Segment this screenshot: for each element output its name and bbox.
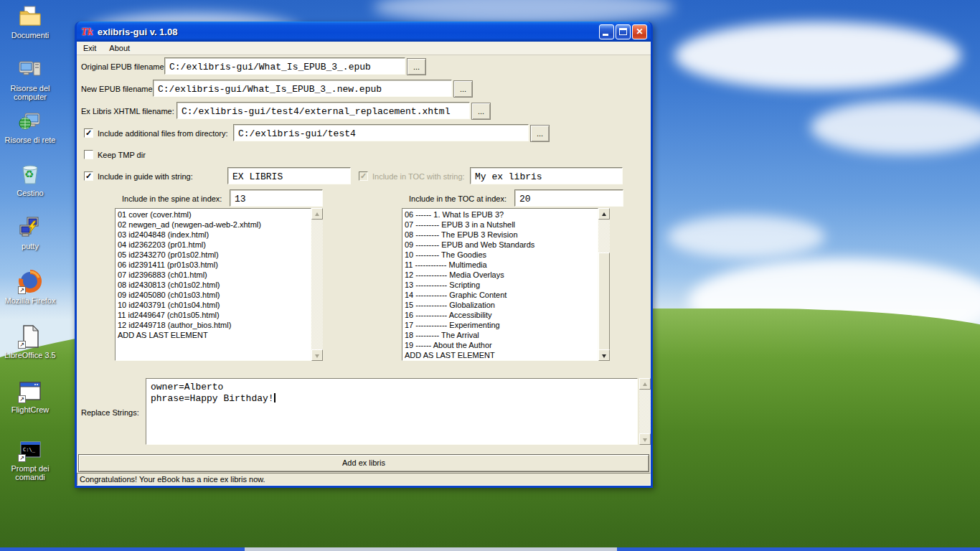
list-item[interactable]: 13 ------------ Scripting	[402, 280, 598, 290]
flightcrew-icon: ↗	[18, 379, 42, 403]
desktop-icon-my-computer[interactable]: Risorse del computer	[0, 57, 60, 101]
replace-strings-label: Replace Strings:	[81, 408, 139, 417]
exlibris-xhtml-input[interactable]	[176, 102, 470, 119]
list-item[interactable]: 10 --------- The Goodies	[402, 250, 598, 260]
minimize-button[interactable]	[599, 24, 614, 39]
icon-label: Risorse di rete	[0, 136, 60, 144]
list-item[interactable]: 08 id2430813 (ch01s02.html)	[116, 280, 311, 290]
icon-label: Documenti	[0, 31, 60, 39]
icon-label: LibreOffice 3.5	[0, 351, 60, 359]
list-item[interactable]: 12 ------------ Media Overlays	[402, 270, 598, 280]
exlibris-xhtml-label: Ex Libris XHTML filename:	[81, 107, 174, 116]
exlibris-xhtml-browse-button[interactable]: ...	[471, 103, 491, 120]
list-item[interactable]: 06 id2391411 (pr01s03.html)	[116, 260, 311, 270]
desktop-icon-network[interactable]: Risorse di rete	[0, 109, 60, 144]
list-item[interactable]: 11 id2449647 (ch01s05.html)	[116, 310, 311, 320]
spine-listbox: 01 cover (cover.html)02 newgen_ad (newge…	[115, 208, 323, 361]
toc-index-input[interactable]	[514, 189, 623, 207]
menubar: Exit About	[77, 42, 651, 55]
desktop-icon-flightcrew[interactable]: ↗ FlightCrew	[0, 379, 60, 414]
original-epub-input[interactable]	[164, 57, 405, 75]
titlebar[interactable]: Tk exlibris-gui v. 1.08	[77, 22, 651, 42]
list-item[interactable]: 02 newgen_ad (newgen-ad-web-2.xhtml)	[116, 220, 311, 230]
scroll-down-button[interactable]	[598, 349, 610, 361]
desktop-icon-documents[interactable]: Documenti	[0, 4, 60, 39]
shortcut-arrow-icon: ↗	[18, 395, 26, 403]
list-item[interactable]: 03 id2404848 (index.html)	[116, 230, 311, 240]
icon-label: Cestino	[0, 189, 60, 197]
list-item[interactable]: 06 ------ 1. What Is EPUB 3?	[402, 209, 598, 220]
desktop-icon-putty[interactable]: putty	[0, 215, 60, 250]
libreoffice-icon: ↗	[18, 324, 42, 349]
desktop-icon-recycle-bin[interactable]: ♻ Cestino	[0, 162, 60, 197]
new-epub-input[interactable]	[153, 80, 452, 97]
scroll-thumb[interactable]	[598, 253, 610, 350]
tk-icon: Tk	[81, 26, 93, 38]
add-ex-libris-button[interactable]: Add ex libris	[78, 454, 649, 472]
toc-index-label: Include in the TOC at index:	[409, 194, 507, 203]
scroll-down-button[interactable]	[639, 433, 651, 445]
new-epub-label: New EPUB filename:	[81, 85, 155, 93]
list-item[interactable]: 07 id2396883 (ch01.html)	[116, 270, 311, 280]
list-item[interactable]: 15 ------------ Globalization	[402, 300, 598, 310]
icon-label: Prompt dei comandi	[0, 464, 60, 481]
taskbar-edge[interactable]	[0, 547, 980, 551]
scroll-up-button[interactable]	[639, 378, 651, 390]
replace-strings-textarea[interactable]: owner=Alberto phrase=Happy Birthday!	[146, 378, 638, 445]
list-item[interactable]: 10 id2403791 (ch01s04.html)	[116, 300, 311, 310]
original-epub-browse-button[interactable]: ...	[407, 58, 426, 75]
maximize-button[interactable]	[616, 24, 631, 39]
guide-string-input[interactable]	[227, 167, 351, 184]
list-item[interactable]: 09 id2405080 (ch01s03.html)	[116, 290, 311, 300]
menu-about[interactable]: About	[103, 42, 136, 54]
list-item[interactable]: 01 cover (cover.html)	[116, 209, 311, 220]
arrow-down-icon	[602, 354, 606, 358]
icon-label: Mozilla Firefox	[0, 296, 60, 305]
arrow-up-icon	[602, 212, 606, 216]
exlibris-gui-window: Tk exlibris-gui v. 1.08 Exit About Origi…	[75, 22, 653, 488]
toc-scrollbar[interactable]	[598, 208, 610, 361]
cloud	[674, 22, 961, 90]
list-item[interactable]: 19 ------ About the Author	[402, 340, 598, 350]
list-item[interactable]: 16 ------------ Accessibility	[402, 310, 598, 320]
scroll-up-button[interactable]	[598, 208, 610, 220]
toc-string-input[interactable]	[470, 167, 623, 184]
list-item[interactable]: 18 --------- The Arrival	[402, 330, 598, 340]
minimize-icon	[603, 34, 608, 36]
include-dir-label: Include additional files from directory:	[98, 129, 228, 138]
cloud	[811, 100, 980, 154]
menu-exit[interactable]: Exit	[77, 42, 103, 54]
replace-scrollbar[interactable]	[639, 378, 651, 445]
spine-index-input[interactable]	[230, 189, 323, 207]
list-item[interactable]: 11 ------------ Multimedia	[402, 260, 598, 270]
list-item[interactable]: ADD AS LAST ELEMENT	[402, 350, 598, 360]
desktop-icon-firefox[interactable]: ↗ Mozilla Firefox	[0, 270, 60, 305]
list-item[interactable]: 07 --------- EPUB 3 in a Nutshell	[402, 220, 598, 230]
desktop-icon-libreoffice[interactable]: ↗ LibreOffice 3.5	[0, 324, 60, 359]
list-item[interactable]: 08 --------- The EPUB 3 Revision	[402, 230, 598, 240]
toc-listbox: 06 ------ 1. What Is EPUB 3?07 ---------…	[402, 208, 610, 361]
close-button[interactable]	[632, 24, 647, 39]
guide-string-checkbox[interactable]	[84, 171, 93, 181]
icon-label: FlightCrew	[0, 405, 60, 414]
spine-scrollbar[interactable]	[311, 208, 323, 361]
list-item[interactable]: 12 id2449718 (author_bios.html)	[116, 320, 311, 330]
new-epub-browse-button[interactable]: ...	[453, 80, 473, 98]
window-title: exlibris-gui v. 1.08	[98, 27, 178, 37]
list-item[interactable]: 17 ------------ Experimenting	[402, 320, 598, 330]
list-item[interactable]: ADD AS LAST ELEMENT	[116, 330, 311, 340]
toc-list: 06 ------ 1. What Is EPUB 3?07 ---------…	[402, 208, 598, 361]
scroll-down-button[interactable]	[311, 349, 323, 361]
include-dir-browse-button[interactable]: ...	[530, 125, 550, 142]
desktop-icon-command-prompt[interactable]: C:\_ ↗ Prompt dei comandi	[0, 438, 60, 481]
scroll-up-button[interactable]	[311, 208, 323, 220]
include-dir-input[interactable]	[233, 124, 529, 141]
keep-tmp-checkbox[interactable]	[84, 150, 93, 159]
list-item[interactable]: 14 ------------ Graphic Content	[402, 290, 598, 300]
include-dir-checkbox[interactable]	[84, 128, 93, 138]
list-item[interactable]: 05 id2343270 (pr01s02.html)	[116, 250, 311, 260]
list-item[interactable]: 04 id2362203 (pr01.html)	[116, 240, 311, 250]
cloud	[373, 0, 674, 24]
status-bar: Congratulations! Your eBook has a nice e…	[77, 473, 651, 486]
list-item[interactable]: 09 --------- EPUB and Web Standards	[402, 240, 598, 250]
